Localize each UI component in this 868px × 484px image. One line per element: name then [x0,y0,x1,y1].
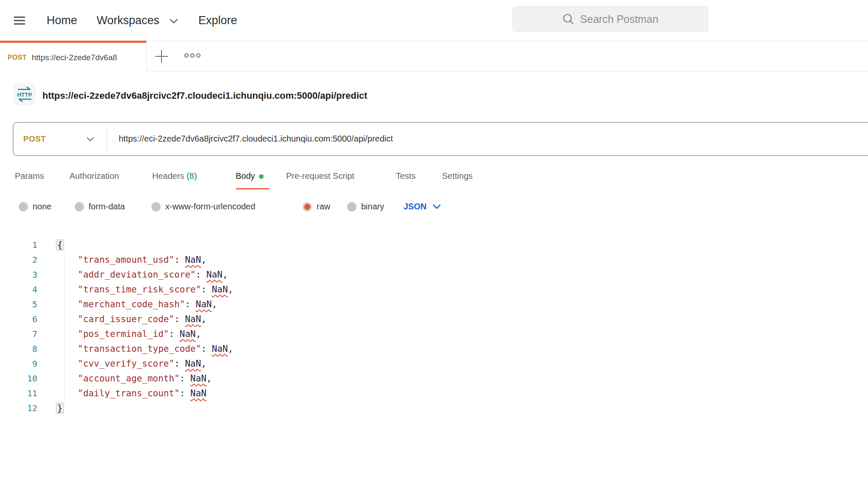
tab-body[interactable]: Body [236,171,264,181]
nav-workspaces[interactable]: Workspaces [97,14,159,27]
nav-home[interactable]: Home [47,14,77,27]
language-label: JSON [403,202,426,211]
line-number: 6 [0,312,37,327]
url-input[interactable]: https://eci-2zede7dv6a8jrcivc2f7.cloudec… [119,134,393,144]
json-key: "pos_terminal_id" [78,329,169,339]
radio-raw[interactable]: raw [303,202,330,211]
search-icon [562,13,574,25]
code-line[interactable]: 11 "daily_trans_count": NaN [0,386,868,401]
code-lines: 1{2 "trans_amount_usd": NaN,3 "addr_devi… [0,238,868,416]
top-nav: Home Workspaces Explore Search Postman [0,0,868,41]
tab-params[interactable]: Params [15,171,44,181]
code-line[interactable]: 9 "cvv_verify_score": NaN, [0,356,868,371]
chevron-down-icon [433,204,441,209]
code-line[interactable]: 4 "trans_time_risk_score": NaN, [0,282,868,297]
code-line[interactable]: 7 "pos_terminal_id": NaN, [0,327,868,342]
line-number: 11 [0,386,37,401]
radio-none-label: none [33,202,52,211]
add-tab-icon[interactable] [154,49,169,64]
line-content: "trans_amount_usd": NaN, [37,253,206,267]
json-value-nan: NaN [196,299,212,309]
body-filled-dot [259,174,264,179]
json-key: "account_age_month" [78,373,180,384]
active-tab-underline [236,188,270,189]
json-key: "merchant_code_hash" [78,299,185,309]
tab-headers[interactable]: Headers (8) [152,171,197,181]
radio-raw-label: raw [317,202,330,211]
code-line[interactable]: 10 "account_age_month": NaN, [0,371,868,386]
line-content: "daily_trans_count": NaN [37,386,206,401]
radio-form-data[interactable]: form-data [75,202,125,211]
more-options-icon[interactable] [184,53,202,58]
radio-circle [75,202,84,211]
radio-binary[interactable]: binary [347,202,384,211]
tab-body-label: Body [236,171,255,181]
line-number: 2 [0,253,37,267]
chevron-down-icon[interactable] [86,137,94,142]
line-content: "merchant_code_hash": NaN, [37,297,217,312]
line-number: 3 [0,267,37,282]
http-protocol-icon: HTTP [14,83,35,105]
json-value-nan: NaN [180,329,196,339]
request-title: https://eci-2zede7dv6a8jrcivc2f7.cloudec… [42,90,367,101]
divider [107,127,107,151]
json-key: "addr_deviation_score" [78,270,196,280]
code-line[interactable]: 2 "trans_amount_usd": NaN, [0,253,868,267]
json-key: "card_issuer_code" [78,314,175,324]
code-line[interactable]: 3 "addr_deviation_score": NaN, [0,267,868,282]
code-line[interactable]: 1{ [0,238,868,253]
line-content: "addr_deviation_score": NaN, [37,267,228,282]
line-content: { [37,238,64,253]
tab-authorization[interactable]: Authorization [70,171,119,181]
tab-url-label: https://eci-2zede7dv6a8 [32,53,117,62]
json-value-nan: NaN [212,344,228,354]
headers-count-badge: (8) [186,171,197,181]
line-content: "transaction_type_code": NaN, [37,342,233,356]
code-editor[interactable]: 1{2 "trans_amount_usd": NaN,3 "addr_devi… [0,238,868,416]
postman-window: Home Workspaces Explore Search Postman P… [0,0,868,484]
tab-prerequest-script[interactable]: Pre-request Script [286,171,354,181]
language-dropdown[interactable]: JSON [403,202,441,211]
menu-icon[interactable] [14,17,25,25]
line-number: 7 [0,327,37,342]
protocol-label: HTTP [17,92,32,98]
tab-headers-label: Headers [152,171,184,181]
radio-circle [151,202,161,211]
radio-x-www-form-urlencoded[interactable]: x-www-form-urlencoded [151,202,255,211]
line-number: 10 [0,371,37,386]
json-key: "trans_time_risk_score" [78,284,201,295]
line-content: "card_issuer_code": NaN, [37,312,206,327]
line-content: "pos_terminal_id": NaN, [37,327,201,342]
json-value-nan: NaN [206,270,223,280]
radio-none[interactable]: none [19,202,52,211]
tab-text-fade [112,45,146,72]
code-line[interactable]: 8 "transaction_type_code": NaN, [0,342,868,356]
search-placeholder: Search Postman [580,13,659,25]
json-value-nan: NaN [185,359,201,369]
request-tab[interactable]: POST https://eci-2zede7dv6a8 [0,41,147,72]
json-value-nan: NaN [212,284,228,295]
radio-binary-label: binary [361,202,384,211]
nav-explore[interactable]: Explore [198,14,237,27]
chevron-down-icon[interactable] [170,19,178,24]
line-number: 5 [0,297,37,312]
close-brace: } [56,403,64,413]
radio-form-data-label: form-data [89,202,125,211]
line-number: 9 [0,356,37,371]
json-value-nan: NaN [190,373,206,384]
json-key: "trans_amount_usd" [78,255,175,265]
code-line[interactable]: 6 "card_issuer_code": NaN, [0,312,868,327]
code-line[interactable]: 12} [0,401,868,416]
line-content: } [37,401,64,416]
line-content: "account_age_month": NaN, [37,371,212,386]
tab-tests[interactable]: Tests [396,171,416,181]
radio-urlencoded-label: x-www-form-urlencoded [165,202,255,211]
tab-method-badge: POST [8,54,27,61]
radio-circle [347,202,356,211]
tab-settings[interactable]: Settings [442,171,473,181]
method-dropdown[interactable]: POST [23,123,108,155]
code-line[interactable]: 5 "merchant_code_hash": NaN, [0,297,868,312]
search-input[interactable]: Search Postman [512,6,709,32]
line-number: 1 [0,238,37,253]
json-key: "transaction_type_code" [78,344,201,354]
